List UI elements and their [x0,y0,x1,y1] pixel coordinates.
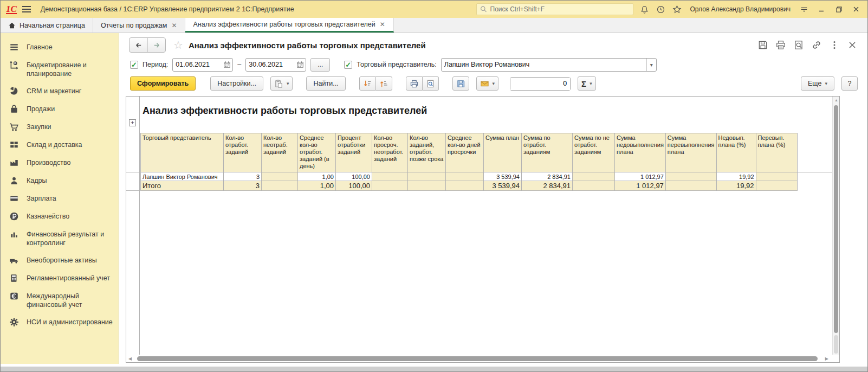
preview-icon [426,79,435,88]
table-cell: 2 834,91 [522,172,573,181]
sidebar-item-label: CRM и маркетинг [27,87,81,95]
sidebar-item-budgeting[interactable]: Бюджетирование и планирование [1,56,119,82]
report-table: Торговый представительКол-во отработ. за… [140,133,798,191]
sidebar-item-sales[interactable]: Продажи [1,100,119,118]
sidebar-item-intl-fin[interactable]: Международный финансовый учет [1,287,119,313]
clipboard-icon [274,79,283,88]
period-from-input[interactable] [173,61,222,68]
sort-ascending-button[interactable] [376,76,392,91]
generate-button[interactable]: Сформировать [130,76,196,91]
collapse-panels-icon[interactable] [798,4,810,15]
sidebar-item-purchases[interactable]: Закупки [1,118,119,136]
sort-descending-button[interactable] [359,76,376,91]
global-search[interactable] [476,3,633,15]
tab-home[interactable]: Начальная страница [1,18,93,33]
tab-analysis[interactable]: Анализ эффективности работы торговых пре… [185,18,393,33]
chevron-down-icon: ▾ [287,81,289,86]
table-cell: 3 [224,181,262,191]
table-cell: 1,00 [298,181,336,191]
sidebar-item-fin-result[interactable]: Финансовый результат и контроллинг [1,226,119,252]
sidebar-item-assets[interactable]: Внеоборотные активы [1,252,119,270]
favorite-star-icon[interactable]: ☆ [173,39,183,52]
help-button[interactable]: ? [841,76,858,91]
report-variants-button[interactable]: ▾ [270,76,293,91]
print-button[interactable] [406,76,423,91]
print-preview-button[interactable] [423,76,439,91]
sidebar: ГлавноеБюджетирование и планированиеCRM … [1,33,119,365]
sidebar-item-salary[interactable]: Зарплата [1,190,119,208]
vertical-scrollbar[interactable]: ▲ [832,97,839,355]
scroll-up-icon[interactable]: ▲ [834,98,838,102]
link-icon[interactable] [811,40,822,50]
table-cell: 1 012,97 [615,172,666,181]
sidebar-item-nsi-admin[interactable]: НСИ и администрирование [1,313,119,331]
back-button[interactable] [129,38,147,52]
history-icon[interactable] [655,4,666,15]
period-to-field [245,58,306,72]
send-mail-button[interactable]: ▾ [476,76,499,91]
preview-icon[interactable] [793,40,804,50]
calendar-icon[interactable] [295,59,306,71]
sidebar-item-label: Внеоборотные активы [27,256,97,265]
tab-close-icon[interactable]: ✕ [379,21,386,28]
sidebar-item-warehouse[interactable]: Склад и доставка [1,136,119,154]
planning-icon [9,60,19,70]
sidebar-item-treasury[interactable]: Казначейство [1,208,119,226]
horizontal-scroll-thumb[interactable] [137,356,818,361]
horizontal-scrollbar[interactable]: ◀ ▶ [126,355,832,362]
save-icon[interactable] [757,40,768,50]
minimize-icon[interactable] [815,4,827,15]
sidebar-item-hr[interactable]: Кадры [1,172,119,190]
find-button[interactable]: Найти... [306,76,345,91]
main-menu-icon[interactable] [22,6,31,12]
sidebar-item-label: Склад и доставка [27,140,82,149]
period-more-button[interactable]: ... [310,58,330,72]
autosum-button[interactable]: Σ ▾ [578,76,596,91]
representative-checkbox[interactable]: ✓ [344,61,352,69]
settings-button[interactable]: Настройки... [210,76,263,91]
representative-input[interactable] [442,61,646,68]
bar-chart-icon [9,229,19,239]
tab-close-icon[interactable]: ✕ [171,22,177,29]
chevron-down-icon[interactable]: ▾ [646,59,656,71]
sidebar-item-crm[interactable]: CRM и маркетинг [1,82,119,100]
table-cell [756,181,797,191]
table-cell: Лапшин Виктор Романович [141,172,224,181]
sidebar-item-label: Бюджетирование и планирование [27,61,113,78]
forward-button[interactable] [147,38,165,52]
table-cell [446,172,484,181]
save-result-button[interactable] [452,76,469,91]
calendar-icon[interactable] [222,59,232,71]
home-icon [8,22,16,29]
more-button[interactable]: Еще ▾ [801,76,834,91]
favorites-star-icon[interactable] [671,4,682,15]
tab-label: Отчеты по продажам [101,22,167,29]
card-icon [9,194,19,203]
search-input[interactable] [490,5,630,13]
scroll-right-icon[interactable]: ▶ [825,356,828,361]
sidebar-item-production[interactable]: Производство [1,154,119,172]
close-report-icon[interactable] [847,40,858,50]
sidebar-item-regulated[interactable]: Регламентированный учет [1,270,119,287]
scroll-left-icon[interactable]: ◀ [128,356,132,361]
expand-group-button[interactable]: + [129,119,136,126]
table-cell [665,181,716,191]
period-to-input[interactable] [246,61,295,68]
chevron-down-icon: ▾ [493,81,495,86]
current-user[interactable]: Орлов Александр Владимирович [690,5,791,13]
notifications-bell-icon[interactable] [639,4,650,15]
period-checkbox[interactable]: ✓ [130,61,138,69]
table-cell: Итого [141,181,224,191]
sidebar-item-main[interactable]: Главное [1,39,119,56]
content-area: ☆ Анализ эффективности работы торговых п… [119,33,867,365]
person-icon [9,176,19,185]
tab-sales-reports[interactable]: Отчеты по продажам ✕ [93,18,186,33]
restore-window-icon[interactable] [833,4,845,15]
print-icon[interactable] [775,40,786,50]
more-dots-icon[interactable] [829,40,840,50]
close-window-icon[interactable] [850,4,862,15]
column-header: Торговый представитель [141,133,224,172]
sum-input[interactable] [510,78,570,90]
table-cell: 2 834,91 [522,181,573,191]
vertical-scroll-thumb[interactable] [834,105,838,333]
